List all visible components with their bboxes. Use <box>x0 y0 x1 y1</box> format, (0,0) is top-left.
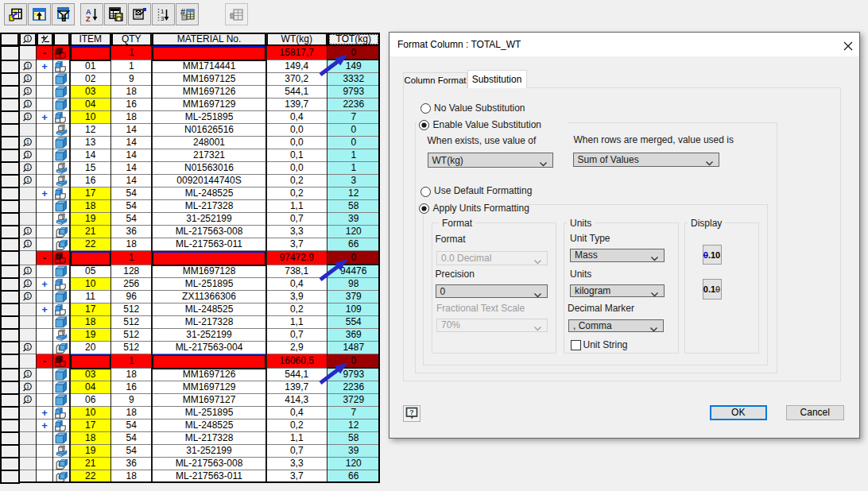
svg-text:3: 3 <box>161 15 165 21</box>
svg-text:1: 1 <box>26 371 29 377</box>
svg-text:1: 1 <box>26 152 29 157</box>
svg-text:1: 1 <box>26 268 29 273</box>
svg-text:1: 1 <box>26 177 29 183</box>
svg-text:1: 1 <box>26 36 29 41</box>
svg-text:1: 1 <box>26 164 29 170</box>
svg-text:1: 1 <box>26 101 29 106</box>
svg-text:Z: Z <box>86 14 91 21</box>
svg-text:1: 1 <box>26 396 29 402</box>
svg-text:1: 1 <box>26 228 29 234</box>
svg-text:1: 1 <box>26 384 29 389</box>
svg-text:1: 1 <box>26 344 29 350</box>
svg-text:1: 1 <box>26 75 29 81</box>
svg-text:1: 1 <box>26 280 29 286</box>
svg-text:1: 1 <box>26 114 29 119</box>
svg-text:1: 1 <box>161 8 165 15</box>
svg-text:1: 1 <box>26 88 29 94</box>
svg-text:1: 1 <box>26 139 29 145</box>
svg-text:1: 1 <box>26 63 29 68</box>
svg-text:1: 1 <box>26 293 29 299</box>
svg-text:?: ? <box>409 408 414 416</box>
svg-text:1: 1 <box>26 241 29 246</box>
